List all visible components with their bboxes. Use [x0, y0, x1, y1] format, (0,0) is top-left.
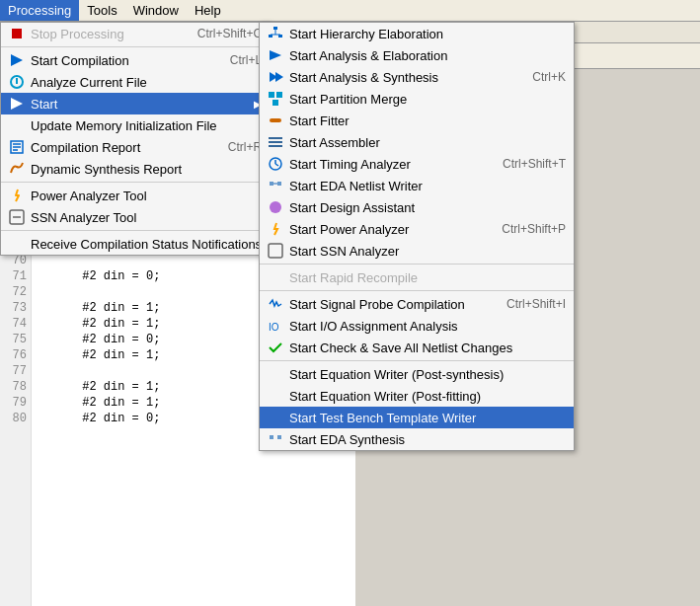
svg-rect-24: [269, 137, 282, 139]
partition-icon: [268, 91, 283, 107]
svg-rect-23: [270, 118, 281, 122]
analysis-elab-icon: [268, 47, 283, 63]
ssn-analyzer-icon: [268, 243, 283, 259]
start-fitter-item[interactable]: Start Fitter: [260, 110, 574, 131]
svg-rect-20: [269, 92, 274, 98]
svg-marker-4: [11, 98, 23, 110]
start-compilation-item[interactable]: Start Compilation Ctrl+L: [1, 49, 270, 71]
start-equation-post-fit-item[interactable]: Start Equation Writer (Post-fitting): [260, 385, 574, 407]
svg-rect-37: [277, 435, 281, 439]
start-hierarchy-item[interactable]: Start Hierarchy Elaboration: [260, 23, 574, 44]
timing-icon: [268, 156, 283, 172]
sep2: [1, 182, 270, 183]
svg-rect-25: [269, 141, 282, 143]
menu-window[interactable]: Window: [125, 0, 187, 21]
svg-rect-34: [269, 244, 282, 258]
svg-rect-31: [277, 182, 281, 186]
svg-text:IO: IO: [269, 322, 279, 333]
check-icon: [268, 340, 283, 355]
svg-rect-21: [276, 92, 282, 98]
svg-marker-1: [11, 54, 23, 66]
eda-synth-icon: [268, 431, 283, 447]
sub-sep1: [260, 264, 574, 265]
eq-fit-icon: [268, 388, 283, 404]
update-memory-item[interactable]: Update Memory Initialization File: [1, 114, 270, 136]
svg-rect-36: [270, 435, 273, 439]
start-icon: [9, 96, 25, 112]
assembler-icon: [268, 134, 283, 150]
stop-processing-item[interactable]: Stop Processing Ctrl+Shift+C: [1, 23, 270, 44]
design-icon: [268, 199, 283, 215]
sep3: [1, 230, 270, 231]
analyze-current-file-item[interactable]: Analyze Current File: [1, 71, 270, 93]
eq-synth-icon: [268, 366, 283, 382]
analysis-synth-icon: [268, 69, 283, 85]
start-submenu: Start Hierarchy Elaboration Start Analys…: [259, 22, 575, 451]
svg-marker-19: [275, 72, 283, 82]
start-analysis-elab-item[interactable]: Start Analysis & Elaboration: [260, 44, 574, 66]
processing-dropdown: Stop Processing Ctrl+Shift+C Start Compi…: [0, 22, 271, 256]
start-rapid-item[interactable]: Start Rapid Recompile: [260, 266, 574, 288]
start-test-bench-item[interactable]: Start Test Bench Template Writer: [260, 407, 574, 428]
svg-rect-22: [272, 100, 278, 106]
test-bench-icon: [268, 410, 283, 425]
power-analyzer-tool-item[interactable]: Power Analyzer Tool: [1, 185, 270, 206]
rapid-icon: [268, 269, 283, 285]
compile-icon: [9, 52, 25, 68]
svg-marker-17: [270, 50, 281, 60]
notif-icon: [9, 236, 25, 252]
menu-help[interactable]: Help: [187, 0, 229, 21]
svg-line-29: [275, 164, 278, 166]
start-check-save-item[interactable]: Start Check & Save All Netlist Changes: [260, 337, 574, 358]
memory-icon: [9, 117, 25, 133]
menu-tools[interactable]: Tools: [79, 0, 124, 21]
ssn-analyzer-tool-item[interactable]: SSN Analyzer Tool: [1, 206, 270, 228]
start-partition-item[interactable]: Start Partition Merge: [260, 88, 574, 110]
svg-rect-11: [273, 27, 277, 30]
start-equation-post-synth-item[interactable]: Start Equation Writer (Post-synthesis): [260, 363, 574, 385]
stop-icon: [9, 26, 25, 41]
start-eda-netlist-item[interactable]: Start EDA Netlist Writer: [260, 175, 574, 196]
start-analysis-synth-item[interactable]: Start Analysis & Synthesis Ctrl+K: [260, 66, 574, 88]
hierarchy-icon: [268, 26, 283, 41]
menu-bar: Processing Tools Window Help: [0, 0, 700, 22]
eda-netlist-icon: [268, 178, 283, 193]
start-assembler-item[interactable]: Start Assembler: [260, 131, 574, 153]
sub-sep2: [260, 290, 574, 291]
start-eda-synthesis-item[interactable]: Start EDA Synthesis: [260, 428, 574, 450]
ssn-icon: [9, 209, 25, 225]
svg-rect-26: [269, 145, 282, 147]
svg-point-33: [270, 201, 281, 213]
signal-icon: [268, 296, 283, 312]
dynamic-icon: [9, 161, 25, 177]
report-icon: [9, 139, 25, 155]
start-power-item[interactable]: Start Power Analyzer Ctrl+Shift+P: [260, 218, 574, 240]
fitter-icon: [268, 113, 283, 128]
svg-rect-30: [270, 182, 273, 186]
sub-sep3: [260, 360, 574, 361]
sep1: [1, 46, 270, 47]
receive-notifications-item[interactable]: Receive Compilation Status Notifications: [1, 233, 270, 255]
start-design-assistant-item[interactable]: Start Design Assistant: [260, 196, 574, 218]
compilation-report-item[interactable]: Compilation Report Ctrl+R: [1, 136, 270, 158]
power-analyzer-icon: [268, 221, 283, 237]
start-ssn-item[interactable]: Start SSN Analyzer: [260, 240, 574, 262]
dynamic-synthesis-item[interactable]: Dynamic Synthesis Report: [1, 158, 270, 180]
menu-processing[interactable]: Processing: [0, 0, 79, 21]
start-timing-item[interactable]: Start Timing Analyzer Ctrl+Shift+T: [260, 153, 574, 175]
svg-rect-0: [12, 29, 22, 38]
analyze-icon: [9, 74, 25, 90]
start-io-item[interactable]: IO Start I/O Assignment Analysis: [260, 315, 574, 337]
start-item[interactable]: Start ▶: [1, 93, 270, 114]
io-icon: IO: [268, 318, 283, 334]
power-icon: [9, 188, 25, 203]
start-signal-probe-item[interactable]: Start Signal Probe Compilation Ctrl+Shif…: [260, 293, 574, 315]
